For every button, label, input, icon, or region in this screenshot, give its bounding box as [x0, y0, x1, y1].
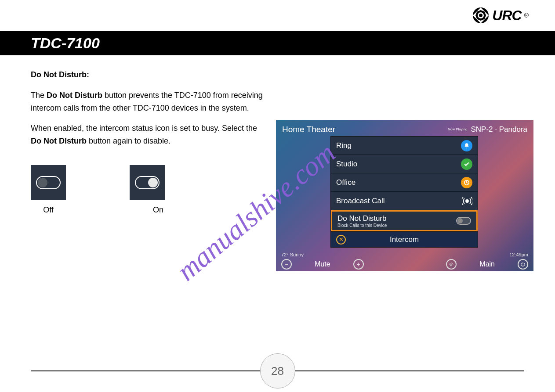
urc-logo-icon	[472, 7, 490, 24]
close-icon[interactable]: ✕	[336, 235, 346, 245]
menu-item-office[interactable]: Office	[331, 173, 478, 192]
menu-footer: ✕ Intercom	[331, 231, 478, 247]
minus-icon[interactable]: −	[281, 259, 292, 270]
toggle-pill-on-icon	[135, 176, 160, 189]
trademark: ®	[524, 12, 529, 19]
screenshot-header: Home Theater Now Playing SNP-2 · Pandora	[276, 120, 533, 137]
toggle-off-label: Off	[31, 204, 66, 216]
brand-logo: URC®	[472, 7, 529, 24]
section-heading: Do Not Disturb:	[31, 70, 89, 79]
weather-status: 72° Sunny	[281, 252, 304, 257]
toggle-off-example	[31, 165, 66, 200]
brand-text: URC	[492, 7, 521, 24]
dnd-toggle-icon[interactable]	[456, 217, 471, 225]
model-title: TDC-7100	[31, 35, 100, 52]
menu-item-ring[interactable]: Ring	[331, 137, 478, 155]
page-header: URC®	[0, 0, 555, 31]
power-icon[interactable]	[518, 259, 528, 270]
now-playing-text: SNP-2 · Pandora	[471, 125, 527, 134]
mute-label[interactable]: Mute	[315, 260, 330, 268]
bell-icon	[461, 140, 472, 151]
bottom-bar: − Mute + Main	[276, 257, 533, 271]
clock-icon	[461, 177, 472, 188]
plus-icon[interactable]: +	[353, 259, 364, 270]
check-icon	[461, 158, 472, 170]
room-title: Home Theater	[282, 125, 335, 134]
menu-item-dnd[interactable]: Do Not Disturb Block Calls to this Devic…	[331, 210, 478, 231]
paragraph-2: When enabled, the intercom status icon i…	[31, 122, 268, 147]
broadcast-icon	[462, 196, 472, 206]
menu-footer-title: Intercom	[390, 235, 419, 244]
toggle-pill-off-icon	[36, 176, 61, 189]
model-bar: TDC-7100	[0, 31, 555, 55]
paragraph-1: The Do Not Disturb button prevents the T…	[31, 89, 268, 115]
intercom-menu: Ring Studio Office Broadcast Call	[330, 136, 478, 248]
context-icon[interactable]	[446, 259, 457, 270]
menu-item-broadcast[interactable]: Broadcast Call	[331, 192, 478, 210]
now-playing-tag: Now Playing	[448, 128, 467, 131]
instruction-column: Do Not Disturb: The Do Not Disturb butto…	[31, 68, 268, 216]
page-number: 28	[260, 353, 295, 388]
time-status: 12:49pm	[509, 252, 528, 257]
toggle-on-label: On	[141, 204, 176, 216]
svg-point-2	[479, 14, 482, 17]
page-footer: 28	[31, 353, 524, 388]
main-label[interactable]: Main	[479, 260, 495, 268]
menu-item-studio[interactable]: Studio	[331, 155, 478, 173]
svg-rect-5	[451, 265, 452, 266]
svg-point-4	[466, 200, 468, 202]
status-bar: 72° Sunny 12:49pm	[276, 252, 533, 257]
device-screenshot: Home Theater Now Playing SNP-2 · Pandora…	[276, 120, 533, 271]
toggle-on-example	[130, 165, 165, 200]
